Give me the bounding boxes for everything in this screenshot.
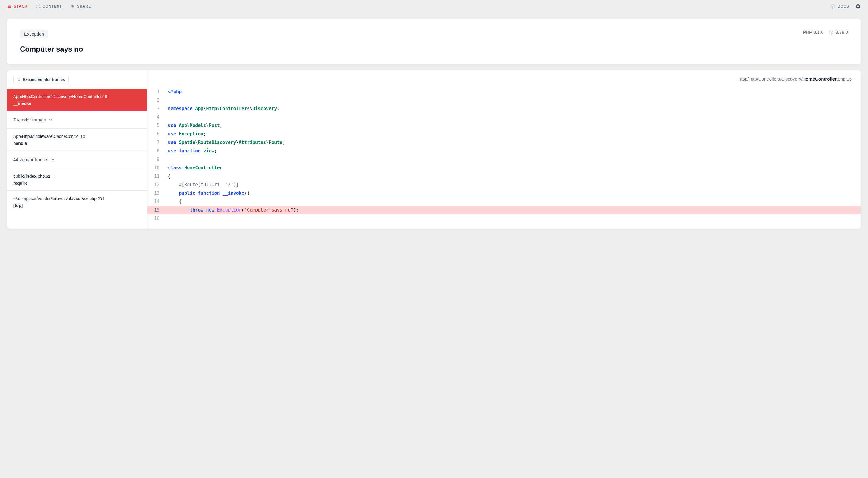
- nav-share-label: SHARE: [77, 4, 91, 8]
- vendor-frames-label: 7 vendor frames: [13, 117, 46, 122]
- line-number: 2: [148, 96, 164, 104]
- code-content: use App\Models\Post;: [164, 121, 228, 130]
- code-line: 6use Exception;: [148, 130, 861, 138]
- frame-line-number: :52: [44, 174, 50, 179]
- line-number: 12: [148, 180, 164, 189]
- list-icon: [7, 4, 11, 8]
- code-content: #[Route(fullUri: '/')]: [164, 180, 245, 189]
- chevron-down-icon: [51, 157, 55, 162]
- frame-method: __invoke: [13, 101, 141, 106]
- nav-context[interactable]: CONTEXT: [36, 4, 62, 8]
- nav-docs-label: DOCS: [838, 4, 849, 8]
- code-line: 10class HomeController: [148, 163, 861, 172]
- code-line: 7use Spatie\RouteDiscovery\Attributes\Ro…: [148, 138, 861, 147]
- stack-frame[interactable]: ~/.composer/vendor/laravel/valet/server.…: [7, 190, 147, 213]
- code-line: 13 public function __invoke(): [148, 189, 861, 197]
- code-content: public function __invoke(): [164, 189, 256, 197]
- line-number: 4: [148, 113, 164, 121]
- code-content: use Exception;: [164, 130, 212, 138]
- nav-stack-label: STACK: [14, 4, 27, 8]
- code-line: 9: [148, 155, 861, 163]
- line-number: 9: [148, 155, 164, 163]
- vendor-frames-toggle[interactable]: 44 vendor frames: [7, 151, 147, 168]
- code-line: 8use function view;: [148, 147, 861, 155]
- line-number: 16: [148, 214, 164, 223]
- code-content: <?php: [164, 88, 188, 96]
- share-icon: [70, 4, 74, 8]
- code-content: {: [164, 197, 188, 206]
- code-content: [164, 155, 177, 163]
- line-number: 13: [148, 189, 164, 197]
- stack-frame[interactable]: App\Http\Controllers\Discovery\HomeContr…: [7, 89, 147, 111]
- code-viewer: 1<?php2 3namespace App\Http\Controllers\…: [148, 85, 861, 229]
- code-line: 11{: [148, 172, 861, 180]
- line-number: 7: [148, 138, 164, 147]
- sort-icon: [17, 78, 21, 82]
- frame-method: handle: [13, 141, 141, 146]
- code-content: throw new Exception("Computer says no");: [164, 206, 305, 214]
- code-content: [164, 96, 177, 104]
- code-line: 4: [148, 113, 861, 121]
- frame-line-number: :234: [96, 197, 104, 201]
- stack-frames-sidebar: Expand vendor frames App\Http\Controller…: [7, 70, 148, 229]
- line-number: 14: [148, 197, 164, 206]
- frame-path: App\Http\Middleware\CacheControl:13: [13, 133, 141, 140]
- code-line: 16: [148, 214, 861, 223]
- code-content: use Spatie\RouteDiscovery\Attributes\Rou…: [164, 138, 291, 147]
- frame-path: ~/.composer/vendor/laravel/valet/server.…: [13, 196, 141, 202]
- code-content: class HomeController: [164, 163, 228, 172]
- expand-vendor-frames-button[interactable]: Expand vendor frames: [13, 75, 69, 84]
- code-line: 2: [148, 96, 861, 104]
- expand-icon: [36, 4, 40, 8]
- chevron-down-icon: [48, 118, 53, 122]
- nav-stack[interactable]: STACK: [7, 4, 27, 8]
- exception-card: Exception Computer says no PHP 8.1.0 8.7…: [7, 19, 861, 64]
- php-version: PHP 8.1.0: [803, 30, 824, 35]
- code-content: {: [164, 172, 177, 180]
- nav-context-label: CONTEXT: [42, 4, 62, 8]
- code-line: 1<?php: [148, 88, 861, 96]
- line-number: 1: [148, 88, 164, 96]
- nav-docs[interactable]: DOCS: [830, 4, 849, 9]
- nav-share[interactable]: SHARE: [70, 4, 91, 8]
- frame-line-number: :13: [79, 134, 85, 139]
- code-line: 5use App\Models\Post;: [148, 121, 861, 130]
- line-number: 11: [148, 172, 164, 180]
- expand-vendor-frames-label: Expand vendor frames: [23, 77, 65, 82]
- code-line: 3namespace App\Http\Controllers\Discover…: [148, 104, 861, 113]
- code-content: use function view;: [164, 147, 223, 155]
- line-number: 8: [148, 147, 164, 155]
- stack-frame[interactable]: App\Http\Middleware\CacheControl:13handl…: [7, 128, 147, 151]
- code-content: namespace App\Http\Controllers\Discovery…: [164, 104, 286, 113]
- vendor-frames-label: 44 vendor frames: [13, 157, 49, 162]
- gear-icon[interactable]: [855, 4, 861, 9]
- code-content: [164, 214, 177, 223]
- stack-frame[interactable]: public/index.php:52require: [7, 168, 147, 190]
- file-line-number: 15: [846, 76, 852, 82]
- laravel-version: 8.79.0: [835, 30, 848, 35]
- laravel-icon: [829, 30, 834, 35]
- frame-path: App\Http\Controllers\Discovery\HomeContr…: [13, 94, 141, 100]
- exception-pill: Exception: [20, 30, 48, 38]
- frame-method: [top]: [13, 203, 141, 208]
- frame-method: require: [13, 181, 141, 186]
- code-content: [164, 113, 177, 121]
- code-line: 14 {: [148, 197, 861, 206]
- frame-line-number: :15: [102, 94, 107, 99]
- code-line: 12 #[Route(fullUri: '/')]: [148, 180, 861, 189]
- frame-path: public/index.php:52: [13, 173, 141, 180]
- line-number: 5: [148, 121, 164, 130]
- line-number: 6: [148, 130, 164, 138]
- line-number: 15: [148, 206, 164, 214]
- file-breadcrumb: app/Http/Controllers/Discovery/HomeContr…: [148, 70, 861, 85]
- vendor-frames-toggle[interactable]: 7 vendor frames: [7, 111, 147, 128]
- code-line: 15 throw new Exception("Computer says no…: [148, 206, 861, 214]
- line-number: 3: [148, 104, 164, 113]
- exception-title: Computer says no: [20, 45, 83, 53]
- laravel-icon: [830, 4, 835, 9]
- line-number: 10: [148, 163, 164, 172]
